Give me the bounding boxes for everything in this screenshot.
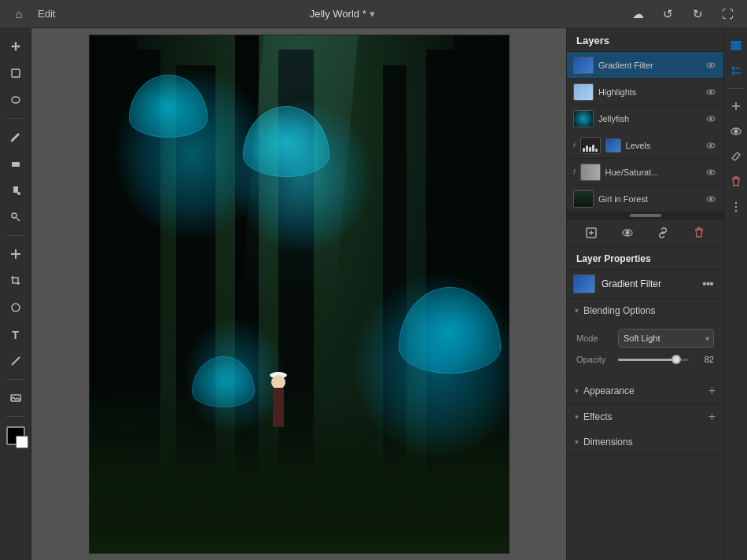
effects-add-button[interactable]: + <box>708 411 716 423</box>
svg-point-11 <box>710 90 712 93</box>
hide-panel-button[interactable] <box>725 120 747 142</box>
layer-list: Gradient Filter Highlights Jellyfish <box>567 52 723 212</box>
undo-button[interactable]: ↺ <box>659 5 678 24</box>
layer-item-girl-in-forest[interactable]: Girl in Forest <box>567 186 723 212</box>
appearance-label: Appearance <box>583 385 708 396</box>
top-bar-right: ☁ ↺ ↻ ⛶ <box>629 5 738 24</box>
blend-mode-row: Mode Soft Light <box>576 329 714 348</box>
delete-panel-button[interactable] <box>725 171 747 193</box>
layer-name-levels: Levels <box>626 141 700 150</box>
layer-eye-hue[interactable] <box>705 166 717 179</box>
move-tool[interactable] <box>4 35 28 58</box>
blend-mode-select[interactable]: Soft Light <box>618 329 714 348</box>
clone-stamp-tool[interactable] <box>4 205 28 229</box>
dimensions-chevron-icon: ▾ <box>575 438 579 446</box>
layer-panel-actions <box>567 219 723 246</box>
appearance-add-button[interactable]: + <box>708 385 716 397</box>
layer-scroll-thumb[interactable] <box>630 214 661 217</box>
shape-tool[interactable] <box>4 296 28 319</box>
svg-rect-26 <box>731 45 741 46</box>
effects-header[interactable]: ▾ Effects + <box>567 404 723 429</box>
layer-eye-gradient-filter[interactable] <box>705 59 717 72</box>
blend-mode-wrapper: Soft Light <box>618 329 714 348</box>
top-bar-left: ⌂ Edit <box>9 5 55 24</box>
title-dropdown-icon[interactable]: ▾ <box>370 8 375 20</box>
top-bar: ⌂ Edit Jelly World * ▾ ☁ ↺ ↻ ⛶ <box>0 0 747 28</box>
figure <box>263 364 294 427</box>
svg-point-19 <box>710 197 712 200</box>
ferns <box>90 474 509 553</box>
blending-options-section: ▾ Blending Options Mode Soft Light Opaci… <box>567 299 723 378</box>
svg-rect-0 <box>12 69 20 77</box>
canvas-image <box>89 35 510 554</box>
blending-chevron-icon: ▾ <box>575 307 579 315</box>
image-tool[interactable] <box>4 386 28 410</box>
layer-thumb-forest <box>573 190 594 208</box>
tool-divider-1 <box>6 118 25 119</box>
active-layer-name: Gradient Filter <box>602 278 692 289</box>
layer-eye-levels[interactable] <box>705 139 717 152</box>
properties-panel-toggle[interactable] <box>725 60 747 82</box>
layer-scroll-bar[interactable] <box>567 212 723 219</box>
line-tool[interactable] <box>4 349 28 373</box>
svg-point-3 <box>17 192 20 195</box>
svg-rect-25 <box>731 42 741 43</box>
appearance-header[interactable]: ▾ Appearance + <box>567 378 723 403</box>
home-button[interactable]: ⌂ <box>9 5 28 24</box>
delete-layer-button[interactable] <box>689 223 709 243</box>
layer-item-gradient-filter[interactable]: Gradient Filter <box>567 52 723 79</box>
brush-tool[interactable] <box>4 125 28 149</box>
more-options-button[interactable]: ••• <box>698 274 717 293</box>
layers-panel-toggle[interactable] <box>725 35 747 57</box>
edit-menu[interactable]: Edit <box>38 8 55 20</box>
blending-options-content: Mode Soft Light Opacity <box>567 322 723 378</box>
crop-tool[interactable] <box>4 269 28 293</box>
svg-point-38 <box>734 210 736 212</box>
dimensions-header[interactable]: ▾ Dimensions <box>567 430 723 454</box>
foreground-color[interactable] <box>6 426 25 445</box>
layer-item-hue-saturation[interactable]: f Hue/Saturat... <box>567 159 723 186</box>
paint-bucket-tool[interactable] <box>4 179 28 202</box>
eraser-tool[interactable] <box>4 152 28 175</box>
layer-eye-forest[interactable] <box>705 193 717 205</box>
more-panel-button[interactable] <box>725 196 747 218</box>
toggle-visibility-button[interactable] <box>617 223 638 243</box>
opacity-fill <box>618 359 676 361</box>
layer-thumb-highlights <box>573 83 594 101</box>
layer-item-highlights[interactable]: Highlights <box>567 79 723 105</box>
svg-point-24 <box>626 231 629 234</box>
text-tool[interactable]: T <box>4 322 28 346</box>
svg-point-37 <box>734 206 736 208</box>
layer-eye-highlights[interactable] <box>705 86 717 98</box>
link-panel-button[interactable] <box>725 146 747 168</box>
svg-point-4 <box>12 213 17 218</box>
selection-tool[interactable] <box>4 61 28 85</box>
fullscreen-button[interactable]: ⛶ <box>719 5 738 24</box>
canvas-area <box>31 28 566 560</box>
figure-body <box>273 388 284 427</box>
add-panel-button[interactable] <box>725 95 747 117</box>
opacity-thumb[interactable] <box>672 355 681 364</box>
opacity-value: 82 <box>695 355 714 364</box>
opacity-slider[interactable] <box>618 354 689 365</box>
panel-icon-divider <box>728 88 744 89</box>
top-bar-center: Jelly World * ▾ <box>310 8 375 20</box>
link-layers-button[interactable] <box>653 223 673 243</box>
svg-point-5 <box>12 304 20 311</box>
blending-options-header[interactable]: ▾ Blending Options <box>567 299 723 322</box>
layer-item-jellyfish[interactable]: Jellyfish <box>567 105 723 132</box>
cloud-button[interactable]: ☁ <box>629 5 648 24</box>
layer-thumb-hue <box>580 164 601 181</box>
add-layer-button[interactable] <box>581 223 602 243</box>
lasso-tool[interactable] <box>4 88 28 112</box>
layer-properties-title: Layer Properties <box>567 247 723 270</box>
svg-point-28 <box>732 68 734 70</box>
layer-eye-jellyfish[interactable] <box>705 112 717 125</box>
healing-tool[interactable] <box>4 242 28 266</box>
redo-button[interactable]: ↻ <box>689 5 708 24</box>
tool-divider-4 <box>6 416 25 417</box>
mode-label: Mode <box>576 333 612 343</box>
svg-rect-2 <box>12 162 20 167</box>
layer-item-levels[interactable]: f Levels <box>567 132 723 159</box>
svg-point-1 <box>12 97 20 103</box>
